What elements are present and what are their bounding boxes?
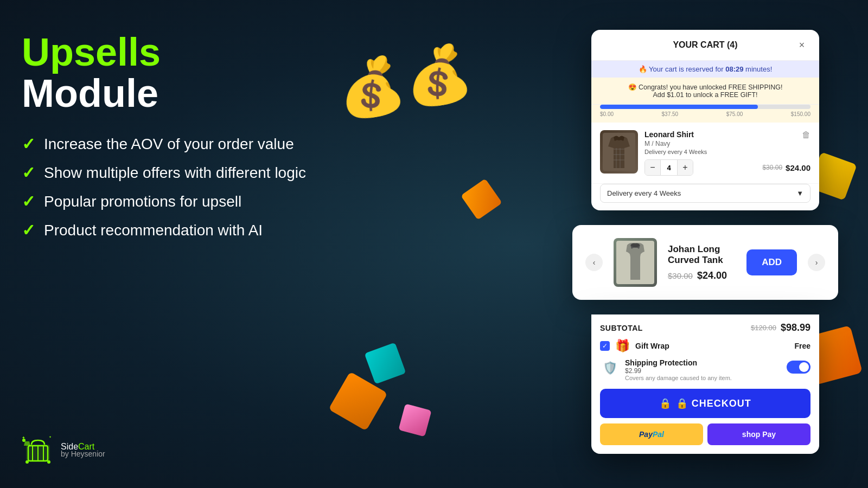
shipping-protection-row: 🛡️ Shipping Protection $2.99 Covers any … xyxy=(600,358,810,381)
shipping-line1: 😍 Congrats! you have unlocked FREE SHIPP… xyxy=(600,83,810,91)
quantity-decrease-button[interactable]: − xyxy=(645,160,660,175)
check-icon: ✓ xyxy=(22,221,35,240)
upsell-product-info: Johan Long Curved Tank $30.00 $24.00 xyxy=(668,244,736,281)
paypal-label: PayPal xyxy=(639,430,664,439)
progress-fill xyxy=(600,105,758,109)
checkout-label: 🔒 CHECKOUT xyxy=(676,397,751,409)
logo-text: SideCart by Heysenior xyxy=(61,442,105,458)
logo-byline: by Heysenior xyxy=(61,450,105,458)
cart-item-details: Leonard Shirt M / Navy Delivery every 4 … xyxy=(644,130,810,176)
quantity-value: 4 xyxy=(660,160,678,175)
progress-labels: $0.00 $37.50 $75.00 $150.00 xyxy=(600,111,810,117)
cart-item-price: $30.00 $24.00 xyxy=(762,163,810,172)
lock-icon: 🔒 xyxy=(659,397,672,409)
shield-icon: 🛡️ xyxy=(600,358,620,378)
svg-text:✦: ✦ xyxy=(49,435,52,439)
cart-item-name: Leonard Shirt xyxy=(644,130,707,139)
progress-label-1: $37.50 xyxy=(662,111,679,117)
shipping-line2: Add $1.01 to unlock a FREE GIFT! xyxy=(600,91,810,99)
upsell-prev-button[interactable]: ‹ xyxy=(585,254,603,271)
cart-item: Leonard Shirt M / Navy Delivery every 4 … xyxy=(591,123,819,184)
feature-item: ✓Increase the AOV of your order value xyxy=(22,134,401,153)
cart-title: YOUR CART (4) xyxy=(615,40,795,50)
cart-item-price-sale: $24.00 xyxy=(786,163,810,172)
feature-text: Product recommendation with AI xyxy=(44,222,263,239)
delivery-dropdown-value: Delivery every 4 Weeks xyxy=(607,189,681,197)
cart-progress-area: $0.00 $37.50 $75.00 $150.00 xyxy=(591,105,819,123)
cart-item-variant: M / Navy xyxy=(644,140,707,147)
shipping-protection-info: Shipping Protection $2.99 Covers any dam… xyxy=(625,358,781,381)
check-icon: ✓ xyxy=(22,134,35,153)
subtotal-row: SUBTOTAL $120.00 $98.99 xyxy=(600,322,810,333)
cart-item-price-original: $30.00 xyxy=(762,164,782,171)
checkout-button[interactable]: 🔒 🔒 CHECKOUT xyxy=(600,389,810,418)
feature-text: Popular promotions for upsell xyxy=(44,193,241,210)
shipping-protection-toggle[interactable] xyxy=(787,361,810,374)
subtotal-label: SUBTOTAL xyxy=(600,324,643,332)
progress-label-2: $75.00 xyxy=(726,111,743,117)
progress-label-3: $150.00 xyxy=(791,111,810,117)
cart-item-qty-row: − 4 + $30.00 $24.00 xyxy=(644,159,810,176)
upsell-card: ‹ Johan Long Curved Tank $30.00 $24.00 A… xyxy=(572,225,838,300)
shoppay-label: shop Pay xyxy=(742,430,776,439)
delivery-dropdown[interactable]: Delivery every 4 Weeks ▼ xyxy=(600,184,810,203)
svg-point-5 xyxy=(25,460,29,464)
gift-wrap-icon: 🎁 xyxy=(615,339,630,353)
feature-list: ✓Increase the AOV of your order value✓Sh… xyxy=(22,134,401,240)
feature-item: ✓Product recommendation with AI xyxy=(22,221,401,240)
paypal-button[interactable]: PayPal xyxy=(600,423,703,445)
cart-close-button[interactable]: × xyxy=(795,38,808,52)
svg-text:✦: ✦ xyxy=(22,435,25,440)
upsell-next-button[interactable]: › xyxy=(808,254,825,271)
cart-header: YOUR CART (4) × xyxy=(591,30,819,61)
feature-text: Increase the AOV of your order value xyxy=(44,136,294,153)
chevron-down-icon: ▼ xyxy=(796,189,803,197)
upsell-price-row: $30.00 $24.00 xyxy=(668,270,736,281)
gift-wrap-label: Gift Wrap xyxy=(635,342,789,350)
upsell-product-image xyxy=(614,238,657,287)
shipping-protection-desc: Covers any damage caused to any item. xyxy=(625,375,781,381)
cart-item-image xyxy=(600,130,638,174)
subtotal-original: $120.00 xyxy=(751,324,776,332)
shipping-protection-name: Shipping Protection xyxy=(625,358,781,367)
svg-point-6 xyxy=(47,460,50,464)
logo-area: ✦ ✦ SideCart by Heysenior xyxy=(22,434,105,466)
svg-point-18 xyxy=(631,243,640,247)
upsell-price-original: $30.00 xyxy=(668,271,693,280)
shoppay-button[interactable]: shop Pay xyxy=(707,423,810,445)
progress-track xyxy=(600,105,810,109)
upsell-add-button[interactable]: ADD xyxy=(746,249,797,275)
feature-item: ✓Popular promotions for upsell xyxy=(22,192,401,211)
quantity-control: − 4 + xyxy=(644,159,693,176)
feature-item: ✓Show multiple offers with different log… xyxy=(22,163,401,182)
cart-shipping-banner: 😍 Congrats! you have unlocked FREE SHIPP… xyxy=(591,78,819,105)
upsell-product-name: Johan Long Curved Tank xyxy=(668,244,736,266)
cart-timer-text: 🔥 Your cart is reserved for xyxy=(639,65,726,73)
quantity-increase-button[interactable]: + xyxy=(678,160,693,175)
cart-timer-value: 08:29 xyxy=(725,65,743,73)
gift-wrap-checkbox[interactable]: ✓ xyxy=(600,341,610,351)
check-icon: ✓ xyxy=(22,192,35,211)
payment-row: PayPal shop Pay xyxy=(600,423,810,445)
progress-label-0: $0.00 xyxy=(600,111,614,117)
cart-item-delete-button[interactable]: 🗑 xyxy=(802,130,810,140)
cart-widget: YOUR CART (4) × 🔥 Your cart is reserved … xyxy=(591,30,819,210)
sidecart-logo-icon: ✦ ✦ xyxy=(22,434,54,466)
cart-timer-bar: 🔥 Your cart is reserved for 08:29 minute… xyxy=(591,61,819,78)
cart-item-delivery: Delivery every 4 Weeks xyxy=(644,149,707,155)
subtotal-sale: $98.99 xyxy=(781,322,810,333)
gift-wrap-row: ✓ 🎁 Gift Wrap Free xyxy=(600,339,810,353)
gift-wrap-price: Free xyxy=(794,342,810,350)
cart-bottom: SUBTOTAL $120.00 $98.99 ✓ 🎁 Gift Wrap Fr… xyxy=(591,314,819,454)
cart-timer-suffix: minutes! xyxy=(744,65,773,73)
feature-text: Show multiple offers with different logi… xyxy=(44,164,306,182)
shipping-protection-price: $2.99 xyxy=(625,367,781,375)
toggle-knob xyxy=(799,362,809,372)
subtotal-prices: $120.00 $98.99 xyxy=(751,322,810,333)
upsell-price-sale: $24.00 xyxy=(697,270,727,281)
check-icon: ✓ xyxy=(22,163,35,182)
svg-marker-7 xyxy=(24,441,30,446)
